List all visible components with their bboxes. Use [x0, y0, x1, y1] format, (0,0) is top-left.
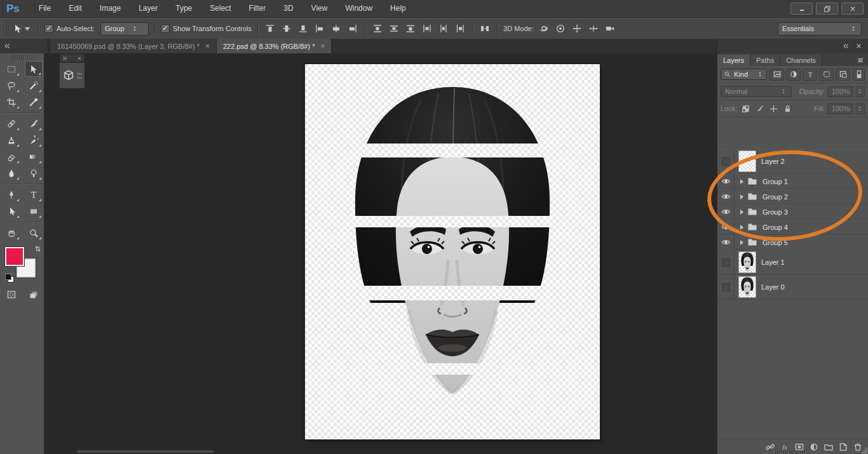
layer-row[interactable]: Group 4: [717, 220, 868, 235]
3d-orbit-button[interactable]: [538, 22, 550, 35]
type-tool[interactable]: T: [25, 187, 43, 203]
menu-item-window[interactable]: Window: [336, 0, 381, 17]
align-vertical-centers-button[interactable]: [280, 22, 293, 35]
canvas-pasteboard[interactable]: [45, 53, 717, 454]
layer-row[interactable]: Group 3: [717, 204, 868, 220]
blur-tool[interactable]: [3, 165, 20, 181]
menu-item-image[interactable]: Image: [91, 0, 130, 17]
layer-thumbnail[interactable]: [739, 277, 756, 297]
blend-mode-dropdown[interactable]: Normal: [721, 86, 792, 97]
menu-item-layer[interactable]: Layer: [130, 0, 166, 17]
chevrons-left-icon[interactable]: [3, 42, 11, 50]
distribute-bottom-edges-button[interactable]: [404, 22, 417, 35]
visibility-toggle-empty[interactable]: [717, 250, 735, 274]
visibility-eye-toggle[interactable]: [717, 174, 735, 189]
visibility-eye-toggle[interactable]: [717, 204, 735, 219]
quick-mask-button[interactable]: [3, 286, 20, 302]
move-tool[interactable]: [25, 61, 43, 77]
lock-pixels-button[interactable]: [755, 104, 764, 114]
panel-menu-button[interactable]: [853, 55, 868, 66]
disclosure-triangle-icon[interactable]: [740, 179, 743, 184]
brush-tool[interactable]: [25, 116, 43, 131]
align-top-edges-button[interactable]: [264, 22, 276, 35]
layer-row[interactable]: Group 5: [717, 235, 868, 250]
lock-position-button[interactable]: [769, 104, 778, 114]
menu-item-view[interactable]: View: [302, 0, 337, 17]
layer-row[interactable]: Layer 0: [717, 275, 868, 300]
menu-item-file[interactable]: File: [30, 0, 60, 17]
menu-item-select[interactable]: Select: [201, 0, 240, 17]
document-canvas[interactable]: [305, 64, 600, 439]
minimize-button[interactable]: [790, 3, 813, 15]
distribute-top-edges-button[interactable]: [371, 22, 384, 35]
3d-drag-button[interactable]: [571, 22, 583, 35]
swap-colors-icon[interactable]: ⇄: [34, 246, 42, 251]
visibility-eye-toggle[interactable]: [717, 189, 735, 204]
lock-transparency-button[interactable]: [741, 104, 750, 114]
hand-tool[interactable]: [3, 225, 20, 241]
tools-grip[interactable]: [9, 55, 35, 60]
fill-value[interactable]: 100%: [827, 103, 853, 114]
layer-row[interactable]: Layer 2: [717, 149, 868, 174]
tab-close-icon[interactable]: ×: [320, 42, 325, 51]
filter-type-button[interactable]: T: [803, 69, 817, 81]
document-tab[interactable]: 222.psd @ 8.33% (RGB/8#) *×: [217, 39, 332, 53]
disclosure-triangle-icon[interactable]: [740, 225, 743, 230]
zoom-tool[interactable]: [25, 225, 43, 241]
align-bottom-edges-button[interactable]: [297, 22, 309, 35]
3d-roll-button[interactable]: [554, 22, 567, 35]
filter-shape-button[interactable]: [819, 69, 834, 81]
tab-close-icon[interactable]: ×: [205, 42, 210, 51]
crop-tool[interactable]: [3, 94, 20, 110]
3d-camera-button[interactable]: [604, 22, 616, 35]
menu-item-edit[interactable]: Edit: [60, 0, 91, 17]
auto-select-checkbox[interactable]: ✓: [44, 24, 53, 33]
toolbar-collapse-strip[interactable]: [0, 39, 48, 53]
chevrons-left-icon[interactable]: [841, 42, 850, 50]
menu-item-filter[interactable]: Filter: [240, 0, 275, 17]
gradient-tool[interactable]: [25, 149, 43, 164]
filter-smart-button[interactable]: [836, 69, 850, 81]
layer-thumbnail[interactable]: [739, 151, 756, 171]
link-layers-button[interactable]: [765, 442, 775, 452]
expand-panel-icon[interactable]: [62, 55, 68, 62]
panel-corner-grip[interactable]: [861, 447, 867, 453]
menu-item-3d[interactable]: 3D: [275, 0, 302, 17]
default-colors-icon[interactable]: [5, 274, 13, 281]
visibility-toggle-empty[interactable]: [717, 149, 735, 173]
opacity-dropdown-arrow[interactable]: [855, 86, 865, 97]
filter-toggle-switch[interactable]: [853, 69, 865, 81]
panel-resize-grip[interactable]: [775, 450, 806, 453]
layer-row[interactable]: Group 1: [717, 174, 868, 189]
eyedropper-tool[interactable]: [25, 94, 43, 110]
history-brush-tool[interactable]: [25, 132, 43, 148]
horizontal-scrollbar[interactable]: [77, 450, 214, 453]
pen-tool[interactable]: [3, 187, 20, 203]
3d-slide-button[interactable]: [587, 22, 600, 35]
close-button[interactable]: [841, 3, 864, 15]
disclosure-triangle-icon[interactable]: [740, 210, 743, 215]
distribute-spacing-button[interactable]: [478, 22, 491, 35]
align-left-edges-button[interactable]: [313, 22, 326, 35]
panel-tab-layers[interactable]: Layers: [717, 55, 750, 66]
opacity-value[interactable]: 100%: [827, 86, 853, 97]
restore-button[interactable]: [816, 3, 838, 15]
fill-dropdown-arrow[interactable]: [855, 103, 865, 114]
menu-item-help[interactable]: Help: [381, 0, 415, 17]
close-panel-icon[interactable]: [76, 55, 83, 62]
document-tab[interactable]: 161450069.psd @ 8.33% (Layer 3, RGB/8#) …: [51, 39, 217, 53]
panel-tab-paths[interactable]: Paths: [750, 55, 780, 66]
panel-tab-channels[interactable]: Channels: [780, 55, 822, 66]
quick-selection-tool[interactable]: [25, 77, 43, 93]
screen-mode-button[interactable]: [25, 286, 43, 302]
distribute-right-edges-button[interactable]: [454, 22, 466, 35]
clone-stamp-tool[interactable]: [3, 132, 20, 148]
distribute-vertical-centers-button[interactable]: [388, 22, 400, 35]
spot-healing-brush-tool[interactable]: [3, 116, 20, 131]
layer-row[interactable]: Layer 1: [717, 250, 868, 275]
filter-pixel-button[interactable]: [770, 69, 784, 81]
new-layer-button[interactable]: [838, 442, 848, 452]
visibility-toggle-empty[interactable]: [717, 275, 735, 299]
filter-adjustment-button[interactable]: [786, 69, 801, 81]
menu-item-type[interactable]: Type: [166, 0, 201, 17]
